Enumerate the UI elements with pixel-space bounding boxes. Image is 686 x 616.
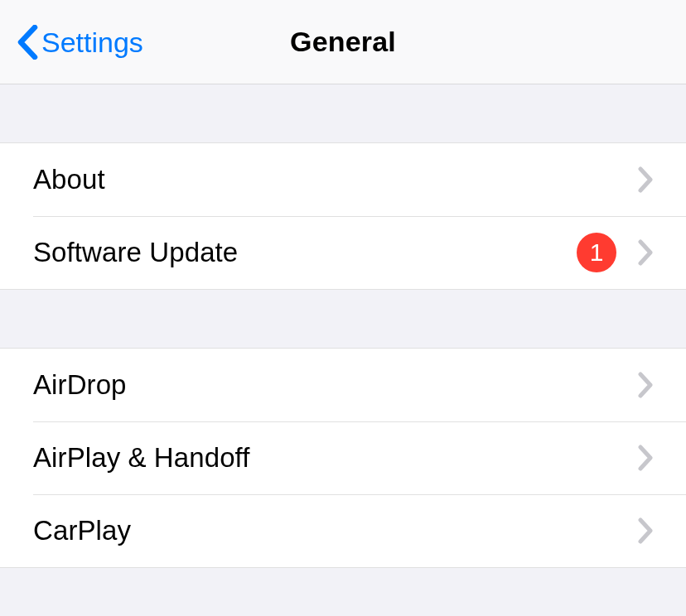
chevron-right-icon bbox=[638, 445, 653, 471]
back-label: Settings bbox=[41, 28, 143, 56]
row-label: About bbox=[33, 164, 638, 195]
row-carplay[interactable]: CarPlay bbox=[0, 494, 686, 567]
row-label: CarPlay bbox=[33, 515, 638, 546]
chevron-right-icon bbox=[638, 517, 653, 544]
chevron-right-icon bbox=[638, 372, 653, 398]
row-airdrop[interactable]: AirDrop bbox=[0, 349, 686, 421]
chevron-right-icon bbox=[638, 166, 653, 193]
group-spacer bbox=[0, 84, 686, 142]
back-button[interactable]: Settings bbox=[17, 0, 143, 84]
notification-badge: 1 bbox=[577, 233, 616, 272]
row-label: AirDrop bbox=[33, 369, 638, 401]
row-airplay-handoff[interactable]: AirPlay & Handoff bbox=[0, 421, 686, 494]
chevron-left-icon bbox=[17, 25, 38, 60]
navigation-bar: Settings General bbox=[0, 0, 686, 84]
row-label: Software Update bbox=[33, 237, 577, 268]
row-software-update[interactable]: Software Update 1 bbox=[0, 216, 686, 289]
settings-group: AirDrop AirPlay & Handoff CarPlay bbox=[0, 348, 686, 568]
row-label: AirPlay & Handoff bbox=[33, 442, 638, 474]
group-spacer bbox=[0, 290, 686, 348]
row-about[interactable]: About bbox=[0, 143, 686, 216]
chevron-right-icon bbox=[638, 239, 653, 266]
settings-group: About Software Update 1 bbox=[0, 142, 686, 290]
